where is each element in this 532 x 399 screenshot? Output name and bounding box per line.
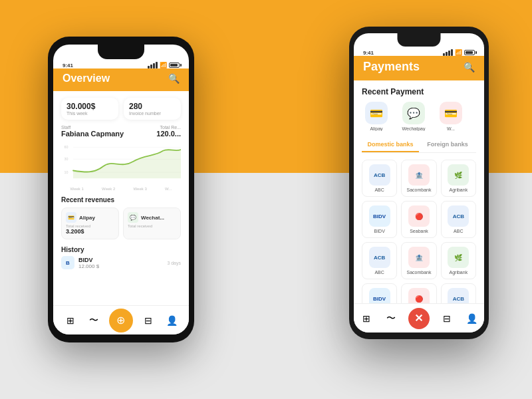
nav-chart-icon[interactable]: 〜 [86, 313, 102, 329]
phone2-title: Payments [363, 60, 420, 74]
sacombank-name-2: Sacombank [407, 270, 432, 275]
wechat-method-icon: 💬 [402, 102, 425, 124]
week-1-label: Week 1 [70, 187, 84, 191]
nav2-close-button[interactable]: ✕ [408, 308, 430, 329]
signal-icon2 [443, 49, 453, 56]
revenue-cards: 💳 Alipay Total received 3.200$ 💬 Wechat.… [61, 207, 181, 239]
bank-abc-1[interactable]: ACB ABC [362, 160, 397, 197]
total-label: Total Re... [156, 125, 181, 130]
revenue-alipay-top: 💳 Alipay [66, 212, 114, 223]
alipay-icon: 💳 [66, 212, 76, 223]
search-icon2[interactable]: 🔍 [464, 62, 475, 72]
tab-foreign[interactable]: Foreign banks [419, 138, 476, 152]
history-title: History [61, 246, 181, 253]
nav-user-icon[interactable]: 👤 [164, 313, 180, 329]
week-3-label: Week 3 [134, 187, 147, 191]
chart-week-labels: Week 1 Week 2 Week 3 W... [61, 187, 181, 191]
abc-name-2: ABC [454, 229, 463, 233]
search-icon[interactable]: 🔍 [168, 73, 180, 84]
wifi-icon: 📶 [160, 62, 167, 68]
total-info: Total Re... 120.0... [156, 125, 181, 138]
phone2-header: Payments 🔍 [354, 56, 484, 80]
abc-logo-3: ACB [369, 247, 390, 268]
seabank-name-1: Seabank [410, 229, 428, 233]
battery-icon [169, 63, 180, 68]
nav2-user-icon[interactable]: 👤 [464, 311, 479, 327]
nav-grid-icon[interactable]: ⊞ [63, 313, 78, 329]
bank-tabs: Domestic banks Foreign banks [362, 138, 476, 153]
bank-seabank-1[interactable]: 🔴 Seabank [401, 201, 436, 238]
sacombank-logo-2: 🏦 [408, 247, 430, 268]
stat-weekly: 30.000$ This week [61, 98, 118, 120]
week-2-label: Week 2 [102, 187, 115, 191]
bank-abc-3[interactable]: ACB ABC [362, 242, 397, 279]
wechat-icon: 💬 [128, 212, 138, 223]
agribank-name-1: Agribank [450, 188, 468, 192]
bank-agribank-2[interactable]: 🌿 Agribank [441, 242, 476, 279]
bank-agribank-1[interactable]: 🌿 Agribank [441, 160, 476, 197]
stat-invoice-label: Invoice number [129, 111, 176, 116]
nav2-chart-icon[interactable]: 〜 [383, 311, 399, 327]
wechat-sublabel: Total received [128, 224, 176, 228]
bank-sacombank-2[interactable]: 🏦 Sacombank [401, 242, 436, 279]
nav2-grid-icon[interactable]: ⊞ [358, 311, 374, 327]
sacombank-logo-1: 🏦 [408, 164, 430, 186]
phone1-screen: 9:41 📶 Overview 🔍 30.000$ This week [53, 45, 189, 334]
tab-domestic[interactable]: Domestic banks [362, 138, 419, 152]
phone2-device: 9:41 📶 Payments 🔍 Recent Payment 💳 [349, 27, 489, 339]
revenue-alipay[interactable]: 💳 Alipay Total received 3.200$ [61, 207, 119, 239]
bank-bidv-1[interactable]: BIDV BIDV [362, 201, 397, 238]
svg-text:10: 10 [65, 170, 68, 174]
stat-invoice-value: 280 [129, 102, 176, 111]
signal-icon [148, 62, 158, 68]
alipay-amount: 3.200$ [66, 228, 114, 235]
week-4-label: W... [165, 187, 172, 191]
pay-other[interactable]: 💳 W... [436, 102, 466, 131]
recent-payment-title: Recent Payment [362, 87, 476, 96]
staff-row: Staff Fabiana Capmany Total Re... 120.0.… [61, 125, 181, 138]
bidv-icon: B [61, 256, 74, 269]
wechat-name: Wechat... [141, 215, 164, 221]
hist-bidv-time: 3 days [167, 261, 181, 265]
revenue-wechat-top: 💬 Wechat... [128, 212, 176, 223]
abc-logo-2: ACB [448, 205, 469, 227]
chart-area: 60 30 10 [61, 142, 181, 182]
recent-revenues-title: Recent revenues [61, 196, 181, 203]
bank-abc-2[interactable]: ACB ABC [441, 201, 476, 238]
battery-icon2 [464, 50, 475, 55]
nav-sliders-icon[interactable]: ⊟ [140, 313, 156, 329]
revenue-wechat[interactable]: 💬 Wechat... Total received [123, 207, 181, 239]
total-value: 120.0... [156, 130, 181, 138]
phone2-body[interactable]: Recent Payment 💳 Alipay 💬 Wechatpay 💳 W.… [354, 80, 484, 313]
nav2-sliders-icon[interactable]: ⊟ [439, 311, 455, 327]
agribank-name-2: Agribank [450, 270, 468, 275]
pay-wechat[interactable]: 💬 Wechatpay [399, 102, 428, 131]
phone2-screen: 9:41 📶 Payments 🔍 Recent Payment 💳 [354, 33, 484, 332]
phone2-notch [398, 33, 441, 47]
svg-text:60: 60 [65, 145, 68, 149]
phone1-notch [98, 45, 144, 59]
svg-text:30: 30 [65, 157, 68, 161]
phone2-nav: ⊞ 〜 ✕ ⊟ 👤 [354, 303, 484, 332]
wifi-icon2: 📶 [455, 49, 462, 56]
seabank-logo-1: 🔴 [408, 205, 430, 227]
wechat-method-label: Wechatpay [402, 126, 426, 131]
staff-name: Fabiana Capmany [61, 130, 124, 138]
agribank-logo-1: 🌿 [448, 164, 469, 186]
pay-alipay[interactable]: 💳 Alipay [362, 102, 391, 131]
nav-scan-icon[interactable]: ⊕ [109, 309, 133, 332]
phone1-content: 30.000$ This week 280 Invoice number Sta… [53, 91, 189, 276]
other-method-label: W... [447, 126, 455, 131]
phone1-title: Overview [63, 72, 110, 84]
bidv-name-1: BIDV [374, 229, 384, 233]
payment-methods-row: 💳 Alipay 💬 Wechatpay 💳 W... [362, 102, 476, 131]
bank-sacombank-1[interactable]: 🏦 Sacombank [401, 160, 436, 197]
alipay-method-icon: 💳 [365, 102, 388, 124]
staff-info: Staff Fabiana Capmany [61, 125, 124, 138]
staff-label: Staff [61, 125, 124, 130]
abc-name-1: ABC [374, 188, 384, 192]
phone1-device: 9:41 📶 Overview 🔍 30.000$ This week [48, 37, 194, 342]
abc-name-3: ABC [374, 270, 384, 275]
phone1-time: 9:41 [63, 63, 73, 68]
history-item-bidv[interactable]: B BIDV 12.000 $ 3 days [61, 256, 181, 269]
